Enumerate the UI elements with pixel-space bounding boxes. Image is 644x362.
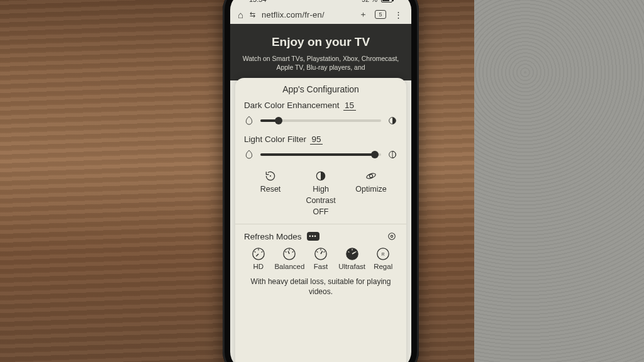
dark-value[interactable]: 15	[343, 101, 356, 111]
site-settings-icon[interactable]: ⇆	[250, 11, 255, 19]
contrast-icon	[314, 170, 327, 182]
light-filter-section: Light Color Filter 95	[235, 132, 406, 166]
contrast-button[interactable]: High Contrast OFF	[298, 170, 343, 216]
overflow-menu-icon[interactable]: ⋮	[392, 10, 404, 19]
speedometer-icon	[314, 247, 328, 261]
mode-label: Ultrafast	[338, 263, 365, 270]
mode-ultrafast[interactable]: Ultrafast	[336, 247, 368, 270]
svg-line-11	[261, 251, 262, 252]
leaf-icon	[244, 150, 254, 160]
svg-line-17	[289, 251, 290, 254]
gear-icon[interactable]	[386, 231, 397, 242]
svg-point-2	[270, 175, 271, 177]
mode-description: With heavy detail loss, suitable for pla…	[235, 272, 406, 303]
url-text[interactable]: netflix.com/fr-en/	[262, 10, 351, 19]
mode-label: Regal	[374, 263, 392, 270]
contrast-label-2: Contrast	[306, 196, 335, 205]
svg-line-21	[324, 251, 325, 252]
svg-point-6	[389, 233, 396, 240]
battery-percent: 92 %	[362, 0, 377, 3]
status-time: 15:54	[249, 0, 267, 3]
hero-subtitle: Watch on Smart TVs, Playstation, Xbox, C…	[236, 54, 405, 72]
mode-hd[interactable]: HD	[243, 247, 274, 270]
contrast-label-3: OFF	[313, 207, 329, 216]
refresh-modes-row: HD Balanced Fast Ultrafast R Regal	[235, 243, 406, 272]
svg-line-16	[292, 251, 294, 252]
svg-line-15	[286, 251, 287, 252]
light-slider[interactable]	[260, 153, 381, 156]
svg-point-7	[391, 235, 392, 237]
contrast-half-icon	[387, 150, 397, 160]
light-label: Light Color Filter	[244, 134, 306, 144]
leaf-icon	[244, 116, 254, 126]
mode-label: Fast	[314, 263, 328, 270]
action-row: Reset High Contrast OFF Optimize	[235, 166, 406, 222]
svg-point-5	[370, 175, 373, 178]
dark-label: Dark Color Enhancement	[244, 101, 340, 110]
speedometer-icon	[345, 247, 359, 261]
refresh-header: Refresh Modes •••	[235, 227, 406, 243]
browser-toolbar: ⌂ ⇆ netflix.com/fr-en/ ＋ 5 ⋮	[230, 5, 411, 24]
dark-enhancement-section: Dark Color Enhancement 15	[235, 98, 406, 132]
reset-icon	[264, 170, 277, 182]
mode-fast[interactable]: Fast	[305, 247, 336, 270]
status-bar: 15:54 92 %	[230, 0, 411, 5]
mode-regal[interactable]: R Regal	[367, 247, 399, 270]
mode-balanced[interactable]: Balanced	[274, 247, 306, 270]
mode-label: HD	[253, 263, 264, 270]
phone-frame: 15:54 92 % ⌂ ⇆ netflix.com/fr-en/ ＋ 5 ⋮ …	[223, 0, 419, 362]
hero-title: Enjoy on your TV	[236, 35, 405, 49]
speedometer-icon	[252, 247, 265, 261]
dark-slider[interactable]	[260, 119, 381, 122]
mode-label: Balanced	[274, 263, 304, 270]
home-icon[interactable]: ⌂	[238, 9, 243, 20]
panel-title: App's Configuration	[235, 83, 406, 98]
speedometer-icon	[282, 247, 296, 261]
contrast-half-icon	[387, 116, 397, 126]
divider	[235, 224, 406, 224]
tabs-button[interactable]: 5	[375, 10, 386, 19]
svg-line-22	[321, 251, 323, 254]
svg-text:R: R	[382, 252, 385, 256]
config-panel: App's Configuration Dark Color Enhanceme…	[235, 78, 406, 362]
phone-screen: 15:54 92 % ⌂ ⇆ netflix.com/fr-en/ ＋ 5 ⋮ …	[230, 0, 411, 362]
optimize-icon	[365, 170, 377, 182]
new-tab-button[interactable]: ＋	[357, 9, 369, 20]
svg-line-10	[254, 251, 255, 252]
battery-icon	[381, 0, 392, 3]
optimize-button[interactable]: Optimize	[348, 170, 394, 216]
refresh-title: Refresh Modes	[244, 232, 302, 241]
page-hero: Enjoy on your TV Watch on Smart TVs, Pla…	[230, 24, 411, 80]
optimize-label: Optimize	[355, 185, 386, 194]
more-icon[interactable]: •••	[307, 232, 319, 241]
contrast-label-1: High	[313, 185, 329, 194]
reset-label: Reset	[260, 185, 281, 194]
reset-button[interactable]: Reset	[248, 170, 293, 216]
svg-line-20	[317, 251, 318, 252]
light-value[interactable]: 95	[310, 134, 323, 145]
svg-line-12	[256, 254, 258, 256]
svg-point-4	[366, 172, 376, 179]
table-surface-concrete	[474, 0, 644, 362]
speedometer-icon: R	[376, 247, 390, 261]
